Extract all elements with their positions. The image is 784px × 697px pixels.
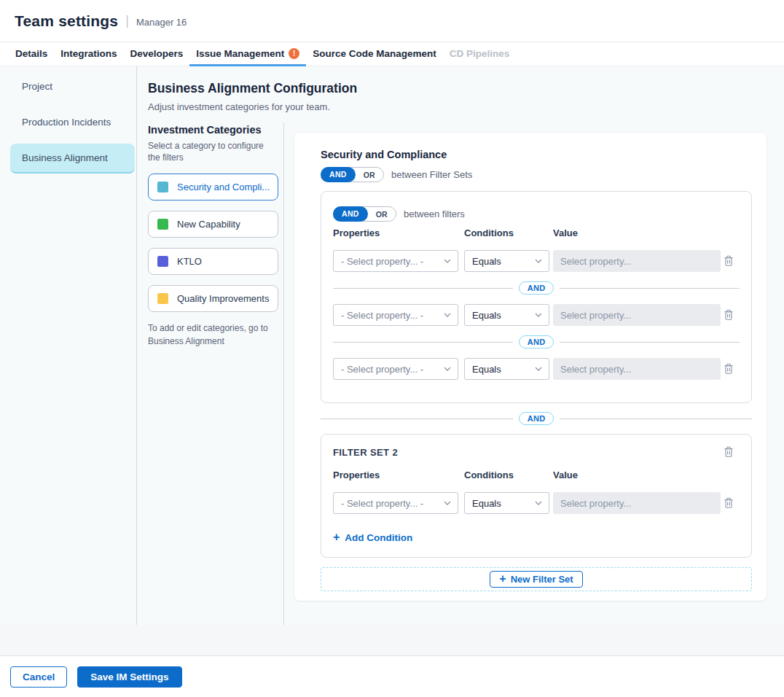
and-connector-pill: AND bbox=[519, 335, 554, 348]
filter-row: - Select property... - Equals bbox=[333, 250, 740, 272]
settings-tabbar: Details Integrations Developers Issue Ma… bbox=[0, 42, 784, 66]
action-footer: Cancel Save IM Settings bbox=[0, 655, 784, 697]
chevron-down-icon bbox=[444, 501, 451, 505]
category-color-swatch bbox=[157, 293, 168, 304]
property-select[interactable]: - Select property... - bbox=[333, 492, 458, 514]
delete-filter-set-icon[interactable] bbox=[724, 446, 734, 458]
and-connector-between-sets: AND bbox=[321, 412, 752, 425]
value-header: Value bbox=[553, 470, 740, 480]
between-filter-sets-label: between Filter Sets bbox=[391, 169, 472, 180]
and-connector: AND bbox=[333, 335, 740, 348]
content-footer-gap bbox=[0, 625, 784, 655]
page-title: Team settings bbox=[15, 12, 118, 30]
between-filters-label: between filters bbox=[404, 209, 465, 219]
categories-title: Investment Categories bbox=[148, 124, 275, 136]
condition-select[interactable]: Equals bbox=[464, 250, 549, 272]
category-ktlo[interactable]: KTLO bbox=[148, 248, 278, 275]
team-name-label: Manager 16 bbox=[136, 15, 187, 28]
alert-badge-icon: ! bbox=[289, 48, 299, 59]
save-im-settings-button[interactable]: Save IM Settings bbox=[77, 666, 181, 688]
cancel-button[interactable]: Cancel bbox=[10, 666, 67, 688]
content-area: Project Production Incidents Business Al… bbox=[0, 66, 784, 625]
category-color-swatch bbox=[157, 182, 168, 192]
value-header: Value bbox=[553, 227, 740, 238]
app-header: Team settings | Manager 16 bbox=[0, 0, 784, 42]
column-headers: Properties Conditions Value bbox=[333, 470, 740, 480]
filter-config-column: Security and Compliance AND OR between F… bbox=[284, 122, 784, 625]
and-connector: AND bbox=[333, 281, 740, 295]
tab-issue-management[interactable]: Issue Management ! bbox=[189, 42, 306, 66]
chevron-down-icon bbox=[444, 313, 451, 317]
chevron-down-icon bbox=[535, 367, 542, 371]
filter-row: - Select property... - Equals bbox=[333, 304, 740, 326]
new-filter-set-button[interactable]: + New Filter Set bbox=[490, 571, 582, 588]
category-quality-improvements[interactable]: Quality Improvements bbox=[148, 285, 278, 312]
categories-footnote: To add or edit categories, go to Busines… bbox=[148, 322, 275, 348]
filter-config-card: Security and Compliance AND OR between F… bbox=[294, 133, 767, 601]
property-select[interactable]: - Select property... - bbox=[333, 358, 458, 380]
delete-filter-icon[interactable] bbox=[724, 255, 734, 267]
categories-hint: Select a category to configure the filte… bbox=[148, 140, 272, 163]
plus-icon: + bbox=[499, 573, 506, 585]
condition-select[interactable]: Equals bbox=[464, 492, 549, 514]
new-filter-set-dropzone: + New Filter Set bbox=[321, 567, 752, 591]
section-title: Business Alignment Configuration bbox=[148, 81, 784, 96]
condition-select[interactable]: Equals bbox=[464, 358, 549, 380]
and-option[interactable]: AND bbox=[333, 206, 368, 222]
or-option[interactable]: OR bbox=[356, 171, 383, 179]
tab-integrations[interactable]: Integrations bbox=[54, 42, 123, 66]
or-option[interactable]: OR bbox=[368, 210, 396, 219]
chevron-down-icon bbox=[444, 259, 451, 263]
filter-set-1: AND OR between filters Properties Condit… bbox=[321, 191, 752, 403]
tab-developers[interactable]: Developers bbox=[124, 42, 190, 66]
content-right: Business Alignment Configuration Adjust … bbox=[137, 66, 784, 625]
condition-select[interactable]: Equals bbox=[464, 304, 549, 326]
tab-source-code-management[interactable]: Source Code Management bbox=[306, 42, 443, 66]
investment-categories-panel: Investment Categories Select a category … bbox=[137, 122, 284, 625]
value-input[interactable] bbox=[553, 358, 721, 380]
and-option[interactable]: AND bbox=[321, 167, 356, 182]
title-separator: | bbox=[125, 13, 129, 28]
filter-set-2-title: FILTER SET 2 bbox=[333, 447, 398, 458]
section-subtitle: Adjust investment categories for your te… bbox=[148, 101, 784, 112]
value-input[interactable] bbox=[553, 250, 721, 272]
chevron-down-icon bbox=[535, 259, 542, 263]
sidebar-item-project[interactable]: Project bbox=[0, 72, 135, 101]
property-select[interactable]: - Select property... - bbox=[333, 250, 458, 272]
category-color-swatch bbox=[157, 219, 168, 230]
conditions-header: Conditions bbox=[464, 227, 553, 238]
and-connector-pill: AND bbox=[519, 281, 554, 295]
and-connector-pill: AND bbox=[519, 412, 554, 425]
properties-header: Properties bbox=[333, 470, 464, 480]
sidebar-item-production-incidents[interactable]: Production Incidents bbox=[0, 108, 135, 136]
filter-set-2: FILTER SET 2 Properties Conditions Value bbox=[321, 434, 752, 558]
settings-sidebar: Project Production Incidents Business Al… bbox=[0, 66, 137, 625]
tab-details[interactable]: Details bbox=[9, 42, 54, 66]
column-headers: Properties Conditions Value bbox=[333, 227, 740, 238]
filter-row: - Select property... - Equals bbox=[333, 358, 740, 380]
delete-filter-icon[interactable] bbox=[724, 363, 734, 375]
chevron-down-icon bbox=[444, 367, 451, 371]
tab-cd-pipelines: CD Pipelines bbox=[443, 42, 517, 66]
filter-row: - Select property... - Equals bbox=[333, 492, 740, 514]
section-header: Business Alignment Configuration Adjust … bbox=[137, 66, 784, 122]
category-security-and-compliance[interactable]: Security and Compli... bbox=[148, 174, 278, 200]
value-input[interactable] bbox=[553, 304, 721, 326]
delete-filter-icon[interactable] bbox=[724, 497, 734, 509]
conditions-header: Conditions bbox=[464, 470, 553, 480]
chevron-down-icon bbox=[535, 501, 542, 505]
add-condition-button[interactable]: + Add Condition bbox=[333, 531, 412, 543]
filter-sets-and-or-toggle[interactable]: AND OR bbox=[321, 167, 384, 182]
filters-and-or-toggle[interactable]: AND OR bbox=[333, 206, 396, 222]
chevron-down-icon bbox=[535, 313, 542, 317]
plus-icon: + bbox=[333, 531, 340, 543]
sidebar-item-business-alignment[interactable]: Business Alignment bbox=[10, 144, 135, 174]
category-new-capability[interactable]: New Capability bbox=[148, 211, 278, 238]
value-input[interactable] bbox=[553, 492, 721, 514]
selected-category-title: Security and Compliance bbox=[321, 149, 752, 160]
category-color-swatch bbox=[157, 256, 168, 267]
delete-filter-icon[interactable] bbox=[724, 309, 734, 321]
property-select[interactable]: - Select property... - bbox=[333, 304, 458, 326]
properties-header: Properties bbox=[333, 227, 464, 238]
